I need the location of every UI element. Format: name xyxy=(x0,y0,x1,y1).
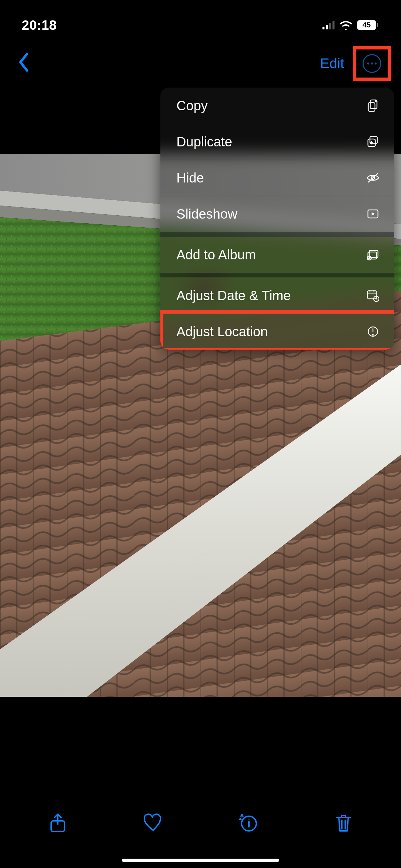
svg-rect-1 xyxy=(326,25,328,29)
battery-icon: 45 xyxy=(357,20,379,30)
info-button[interactable] xyxy=(233,808,263,838)
add-to-album-icon xyxy=(365,247,381,263)
menu-item-hide[interactable]: Hide xyxy=(160,160,394,196)
svg-rect-5 xyxy=(377,23,378,27)
svg-rect-0 xyxy=(322,27,325,29)
menu-item-label: Adjust Location xyxy=(177,324,268,339)
menu-item-label: Copy xyxy=(177,98,208,113)
menu-item-duplicate[interactable]: Duplicate xyxy=(160,124,394,160)
status-bar: 20:18 45 xyxy=(0,15,401,35)
svg-line-27 xyxy=(368,174,378,182)
status-indicators: 45 xyxy=(322,20,379,30)
svg-point-40 xyxy=(248,819,249,820)
svg-rect-23 xyxy=(368,103,375,111)
share-button[interactable] xyxy=(43,808,73,838)
back-button[interactable] xyxy=(12,49,35,78)
slideshow-icon xyxy=(365,206,381,222)
duplicate-icon xyxy=(365,134,381,150)
location-icon xyxy=(365,323,381,340)
cellular-signal-icon xyxy=(322,21,335,29)
edit-button[interactable]: Edit xyxy=(320,56,344,71)
favorite-button[interactable] xyxy=(138,808,168,838)
menu-item-label: Adjust Date & Time xyxy=(177,288,291,303)
menu-item-slideshow[interactable]: Slideshow xyxy=(160,196,394,232)
copy-icon xyxy=(365,98,381,114)
bottom-toolbar xyxy=(0,784,401,868)
svg-rect-3 xyxy=(333,21,335,29)
hide-icon xyxy=(365,170,381,186)
more-options-menu: Copy Duplicate Hide xyxy=(160,88,394,350)
calendar-clock-icon xyxy=(365,287,381,304)
nav-bar: Edit xyxy=(0,45,401,82)
home-indicator[interactable] xyxy=(122,859,279,862)
delete-button[interactable] xyxy=(329,808,359,838)
annotation-highlight-more xyxy=(353,46,391,81)
menu-item-label: Duplicate xyxy=(177,134,232,149)
menu-item-label: Add to Album xyxy=(177,247,256,262)
menu-item-copy[interactable]: Copy xyxy=(160,88,394,124)
wifi-icon xyxy=(339,20,352,30)
more-options-button[interactable] xyxy=(363,54,381,73)
menu-item-adjust-location[interactable]: Adjust Location xyxy=(160,313,394,350)
svg-rect-32 xyxy=(368,291,376,299)
menu-item-adjust-date-time[interactable]: Adjust Date & Time xyxy=(160,277,394,313)
status-time: 20:18 xyxy=(22,18,57,33)
menu-item-add-to-album[interactable]: Add to Album xyxy=(160,237,394,273)
battery-percent-text: 45 xyxy=(363,21,371,29)
menu-item-label: Hide xyxy=(177,170,204,186)
menu-item-label: Slideshow xyxy=(177,207,237,222)
svg-rect-2 xyxy=(329,23,331,29)
